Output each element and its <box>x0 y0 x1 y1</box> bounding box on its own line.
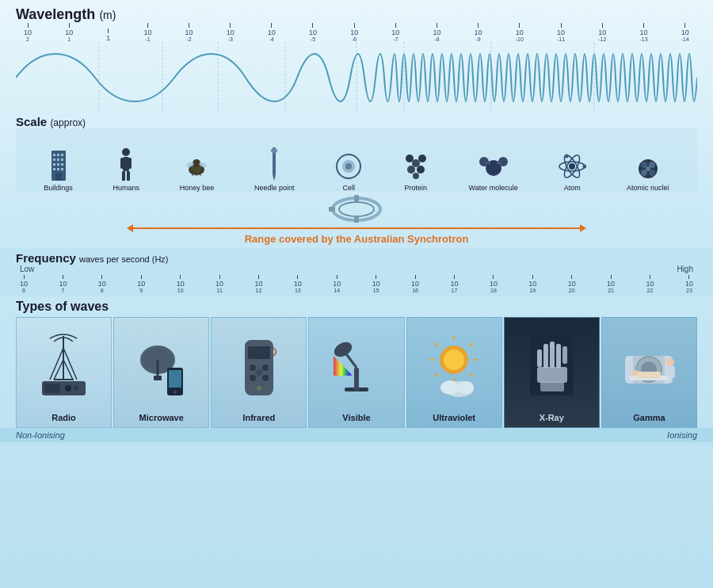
svg-rect-115 <box>550 342 555 368</box>
freq-tick: 1017 <box>450 275 458 293</box>
scale-label: Cell <box>342 184 355 192</box>
frequency-low-high: Low High <box>16 265 697 273</box>
freq-tick: 109 <box>137 275 145 293</box>
svg-point-89 <box>250 365 256 371</box>
arrow-right-icon <box>580 224 586 232</box>
types-section: Types of waves <box>0 296 713 428</box>
svg-point-98 <box>332 339 355 360</box>
svg-marker-37 <box>273 175 276 181</box>
wave-type-label: Microwave <box>139 413 184 422</box>
svg-point-38 <box>271 148 277 153</box>
svg-rect-127 <box>637 372 661 378</box>
freq-tick: 1019 <box>528 275 536 293</box>
svg-rect-27 <box>127 171 130 181</box>
svg-point-63 <box>649 170 655 176</box>
svg-rect-77 <box>44 384 60 393</box>
svg-point-53 <box>569 163 575 170</box>
freq-tick: 1016 <box>411 275 419 293</box>
svg-rect-120 <box>540 382 564 391</box>
svg-point-93 <box>256 369 262 376</box>
scale-item-cell: Cell <box>334 152 363 192</box>
wave-type-label: Ultraviolet <box>433 413 475 422</box>
svg-point-79 <box>74 386 78 391</box>
tick: 10-2 <box>185 23 193 42</box>
freq-high-label: High <box>677 265 693 273</box>
tick: 1 <box>106 29 110 42</box>
tick: 10-6 <box>350 23 358 42</box>
svg-rect-19 <box>57 168 59 170</box>
wave-display <box>16 42 697 113</box>
scale-label: Atom <box>564 184 581 192</box>
svg-point-22 <box>122 148 130 156</box>
freq-tick: 1021 <box>607 275 615 293</box>
scale-section: Scale (approx) <box>0 113 713 192</box>
wave-type-visible: Visible <box>308 317 404 428</box>
wave-type-label: Radio <box>51 413 76 422</box>
svg-line-103 <box>470 343 473 346</box>
scale-label: Honey bee <box>180 184 215 192</box>
tick: 10-12 <box>598 23 606 42</box>
arrow-left-icon <box>127 224 133 232</box>
svg-rect-88 <box>248 346 270 359</box>
tick: 101 <box>65 23 73 42</box>
svg-rect-24 <box>120 158 124 169</box>
svg-line-109 <box>435 343 438 346</box>
tick: 10-1 <box>143 23 151 42</box>
freq-tick: 1015 <box>372 275 380 293</box>
wave-type-infrared: Infrared <box>211 317 307 428</box>
freq-tick: 107 <box>59 275 67 293</box>
wave-type-label: Visible <box>342 413 370 422</box>
svg-rect-83 <box>154 376 162 380</box>
svg-rect-18 <box>53 168 55 170</box>
svg-point-58 <box>565 155 569 158</box>
svg-point-90 <box>262 365 269 371</box>
svg-line-107 <box>435 373 438 376</box>
wave-type-label: Gamma <box>633 413 665 422</box>
synchrotron-ring-icon <box>329 195 384 223</box>
svg-rect-96 <box>354 368 359 391</box>
svg-point-101 <box>444 349 464 370</box>
scale-item-humans: Humans <box>113 147 140 192</box>
scale-label: Atomic nuclei <box>627 184 669 192</box>
freq-tick: 1010 <box>177 275 185 293</box>
tick: 10-13 <box>639 23 647 42</box>
tick: 10-5 <box>309 23 317 42</box>
svg-rect-11 <box>61 154 63 156</box>
svg-rect-13 <box>57 158 59 161</box>
svg-point-92 <box>262 375 269 381</box>
scale-label: Humans <box>113 184 140 192</box>
svg-rect-129 <box>667 366 675 378</box>
svg-rect-119 <box>537 367 567 383</box>
scale-item-atom: Atom <box>558 152 586 192</box>
bottom-bar: Non-Ionising Ionising <box>0 428 713 442</box>
svg-point-41 <box>345 163 352 170</box>
svg-rect-21 <box>55 173 62 181</box>
tick: 10-8 <box>433 23 440 42</box>
scale-item-nuclei: Atomic nuclei <box>627 157 669 192</box>
svg-point-111 <box>440 380 459 395</box>
freq-tick: 1018 <box>490 275 498 293</box>
svg-point-46 <box>417 166 425 174</box>
svg-rect-116 <box>556 344 561 368</box>
scale-label: Protein <box>405 184 428 192</box>
svg-rect-14 <box>61 158 63 161</box>
tick: 10-9 <box>475 23 482 42</box>
non-ionising-label: Non-Ionising <box>16 430 65 440</box>
scale-item-protein: Protein <box>403 152 429 192</box>
svg-point-42 <box>406 155 414 162</box>
wave-type-xray: X-Ray <box>504 317 600 428</box>
tick: 10-10 <box>516 23 524 42</box>
svg-line-74 <box>54 360 63 380</box>
svg-rect-85 <box>169 370 181 388</box>
freq-tick: 106 <box>20 275 28 293</box>
scale-item-buildings: Buildings <box>44 147 73 192</box>
svg-rect-16 <box>57 163 59 166</box>
synchrotron-section: Range covered by the Australian Synchrot… <box>0 192 713 248</box>
svg-point-61 <box>649 162 655 168</box>
scale-title: Scale (approx) <box>16 115 697 128</box>
frequency-ruler: 106 107 108 109 1010 1011 1012 1013 1014… <box>16 273 697 295</box>
svg-point-47 <box>413 173 419 179</box>
arrow-line <box>133 227 580 229</box>
freq-tick: 1011 <box>215 275 223 293</box>
wave-type-gamma: Gamma <box>601 317 697 428</box>
